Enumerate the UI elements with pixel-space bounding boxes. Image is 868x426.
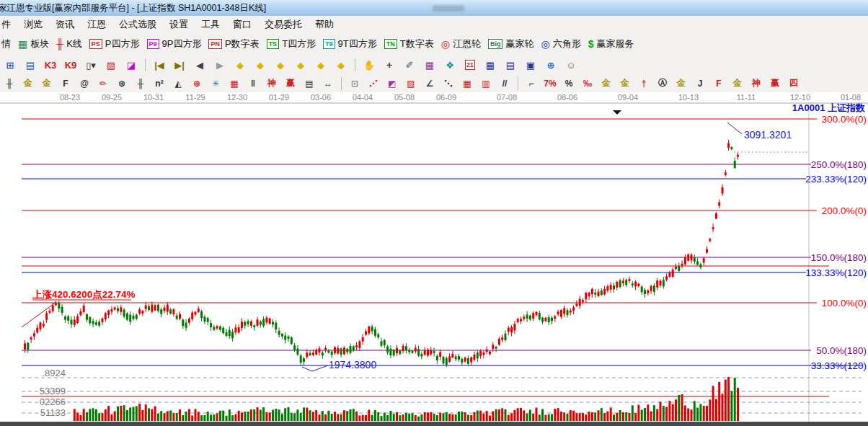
seven-pct-icon[interactable]: 7% — [542, 76, 558, 92]
winner-wheel-button[interactable]: Big赢家轮 — [488, 37, 534, 50]
pct-icon[interactable]: % — [561, 76, 577, 92]
save-icon[interactable]: ▣ — [522, 57, 539, 73]
kline-chart-svg[interactable]: 08-2309-2510-3111-2912-3001-2903-0604-04… — [0, 92, 868, 426]
a-circle-icon[interactable]: Ⓐ — [655, 76, 670, 92]
t-table-button[interactable]: TNT数字表 — [384, 37, 434, 50]
angle-line-icon[interactable]: ◭ — [170, 76, 186, 92]
diamond-nav-3-icon[interactable]: ◆ — [272, 57, 289, 73]
f-angle-icon[interactable]: F — [711, 76, 727, 92]
ying-tool-icon[interactable]: 赢 — [283, 76, 298, 92]
grid-center-icon[interactable]: ▦ — [226, 76, 242, 92]
gann-level-label: 233.33%(120) — [805, 174, 867, 185]
menu-item-件[interactable]: 件 — [0, 16, 17, 32]
clipboard-icon[interactable]: ▤ — [22, 57, 39, 73]
diamond-nav-1-icon[interactable]: ◆ — [231, 57, 249, 73]
golden-ratio-icon[interactable]: 金 — [39, 76, 55, 92]
diamond-nav-2-icon[interactable]: ◆ — [252, 57, 269, 73]
p-square-button[interactable]: PSP四方形 — [89, 37, 140, 50]
slope-lines-icon[interactable]: ⋱ — [440, 76, 456, 92]
slash-lines-icon[interactable]: // — [497, 76, 513, 92]
gold-angle-icon[interactable]: 金 — [673, 76, 689, 92]
gold-fan-icon[interactable]: 金 — [730, 76, 745, 92]
trend-line[interactable] — [22, 302, 56, 327]
marker-triangle[interactable] — [613, 110, 621, 115]
menu-item-江恩[interactable]: 江恩 — [81, 16, 112, 32]
si-angle-icon[interactable]: 四 — [786, 76, 802, 92]
menu-item-设置[interactable]: 设置 — [163, 16, 195, 32]
first-page-icon[interactable]: |◀ — [151, 57, 168, 73]
annotate-pen-icon[interactable]: ✐ — [401, 57, 418, 73]
gold-circle-icon[interactable]: 金 — [598, 76, 614, 92]
kline-button[interactable]: ╫K线 — [56, 37, 82, 50]
menu-item-公式选股[interactable]: 公式选股 — [112, 16, 163, 32]
menu-item-交易委托[interactable]: 交易委托 — [258, 16, 309, 32]
red-grid-icon[interactable]: ▦ — [459, 76, 475, 92]
compass-circle-icon[interactable]: ⊕ — [114, 76, 130, 92]
n-square-icon[interactable]: n² — [151, 76, 167, 92]
next-icon[interactable]: ▶ — [211, 57, 229, 73]
bar-marks-icon[interactable]: ‖ — [245, 76, 261, 92]
last-page-icon[interactable]: ▶| — [171, 57, 188, 73]
diamond-nav-4-icon[interactable]: ◆ — [292, 57, 309, 73]
fibonacci-icon[interactable]: F — [58, 76, 74, 92]
spiral-icon[interactable]: @ — [76, 76, 92, 92]
menu-item-窗口[interactable]: 窗口 — [226, 16, 258, 32]
ruler-icon[interactable]: ╫ — [1, 76, 17, 92]
circle-cross-icon[interactable]: ⊕ — [189, 76, 205, 92]
steps-icon[interactable]: ⌐ — [523, 76, 539, 92]
menu-item-工具[interactable]: 工具 — [195, 16, 226, 32]
p9-square-button[interactable]: P99P四方形 — [147, 37, 202, 50]
web-clock-icon[interactable]: ⊕ — [542, 57, 559, 73]
winner-wheel-button-icon: Big — [488, 39, 503, 49]
board-button[interactable]: ▦板块 — [18, 37, 49, 50]
grid-ruler-icon[interactable]: ╫ — [133, 76, 149, 92]
purple-box-icon[interactable]: ◩ — [384, 76, 400, 92]
red-grid-fan-icon[interactable]: ▨ — [403, 76, 419, 92]
calendar-icon[interactable]: 21 — [461, 57, 479, 73]
shen-tool-icon[interactable]: 神 — [264, 76, 280, 92]
gann-wheel-button[interactable]: ◎江恩轮 — [441, 37, 481, 50]
t-square-button[interactable]: TST四方形 — [267, 37, 316, 50]
formula-icon[interactable]: ▨ — [102, 57, 120, 73]
kline-3-icon[interactable]: K3 — [42, 57, 59, 73]
golden-section-icon[interactable]: 金 — [20, 76, 36, 92]
diamond-nav-6-icon[interactable]: ◆ — [332, 57, 350, 73]
fan-lines-icon[interactable]: ⋰ — [366, 76, 381, 92]
compass-pencil-icon[interactable]: ✏ — [95, 76, 111, 92]
width-arrow-icon[interactable]: ↔ — [320, 76, 336, 92]
winner-service-button[interactable]: $赢家服务 — [588, 37, 634, 50]
grid-123-icon[interactable]: ▤ — [301, 76, 317, 92]
permille-icon[interactable]: ‰ — [580, 76, 595, 92]
p-table-button[interactable]: PNP数字表 — [208, 37, 259, 50]
kline-9-icon[interactable]: K9 — [62, 57, 79, 73]
memo-icon[interactable]: ▤ — [502, 57, 519, 73]
flame-candle-icon[interactable]: † — [636, 76, 652, 92]
red-grid2-icon[interactable]: ▥ — [478, 76, 494, 92]
t9-square-button[interactable]: T99T四方形 — [323, 37, 377, 50]
calculator-icon[interactable]: ▦ — [482, 57, 499, 73]
kline-chart[interactable]: 08-2309-2510-3111-2912-3001-2903-0604-04… — [0, 92, 868, 426]
quote-button[interactable]: 情 — [1, 37, 11, 50]
menu-item-浏览[interactable]: 浏览 — [17, 16, 49, 32]
hexagon-button[interactable]: ◎六角形 — [541, 37, 580, 50]
angle-tool-icon[interactable]: ∠ — [422, 76, 438, 92]
diamond-nav-5-icon[interactable]: ◆ — [312, 57, 329, 73]
star-burst-icon[interactable]: ✳ — [208, 76, 223, 92]
gold-line-icon[interactable]: 金 — [617, 76, 633, 92]
pan-hand-icon[interactable]: ✋ — [360, 57, 378, 73]
date-tick: 07-08 — [497, 93, 517, 102]
stock-pick-icon[interactable]: ⊞ — [1, 57, 19, 73]
ying-angle-icon[interactable]: 赢 — [767, 76, 783, 92]
prev-icon[interactable]: ◀ — [191, 57, 208, 73]
wizard-icon[interactable]: ▦ — [421, 57, 438, 73]
j-angle-icon[interactable]: J — [692, 76, 708, 92]
assistant-icon[interactable]: ☺ — [562, 57, 580, 73]
menu-item-帮助[interactable]: 帮助 — [309, 16, 340, 32]
box-tool-icon[interactable]: ⊡ — [347, 76, 363, 92]
menu-item-资讯[interactable]: 资讯 — [49, 16, 81, 32]
puzzle-icon[interactable]: ❖ — [441, 57, 459, 73]
shen-angle-icon[interactable]: 神 — [748, 76, 764, 92]
crosshair-icon[interactable]: ＋ — [381, 57, 398, 73]
period-dropdown-icon[interactable]: ▯▾ — [82, 57, 99, 73]
chart-flag-icon[interactable]: ◪ — [123, 57, 140, 73]
